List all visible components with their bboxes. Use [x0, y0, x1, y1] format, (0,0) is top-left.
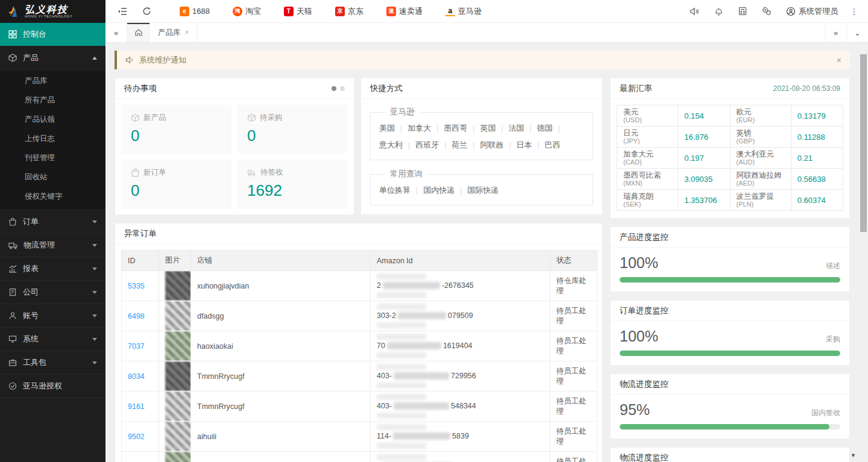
store-name: haoxiaokai [191, 331, 371, 361]
submenu-item[interactable]: 回收站 [0, 167, 105, 187]
sidebar-item-console[interactable]: 控制台 [0, 23, 105, 46]
truck-icon [8, 241, 17, 249]
refresh-button[interactable] [134, 0, 159, 23]
tab-home[interactable] [127, 23, 150, 42]
order-id-link[interactable]: 8034 [128, 372, 145, 381]
country-link[interactable]: 英国 [480, 123, 508, 133]
country-link[interactable]: 西班牙 [415, 140, 451, 149]
platform-link-amazon[interactable]: a 亚马逊 [434, 6, 493, 17]
order-id-link[interactable]: 6498 [128, 312, 145, 320]
country-link[interactable]: 巴西 [545, 140, 561, 149]
country-link[interactable]: 意大利 [379, 140, 415, 149]
calculator-button[interactable] [731, 0, 755, 23]
country-link[interactable]: 墨西哥 [444, 123, 480, 133]
query-link[interactable]: 单位换算 [379, 186, 423, 195]
amazon-id: 114-5839 [377, 432, 544, 441]
bag-icon [131, 168, 140, 177]
order-row: 5335 xuhongjiajvdian 2-2676345 [122, 271, 597, 301]
carousel-dot[interactable] [340, 86, 345, 91]
notice-close-icon[interactable]: × [837, 55, 841, 65]
query-link[interactable]: 国内快递 [423, 186, 467, 195]
redacted-segment [394, 372, 449, 379]
order-id-link[interactable]: 5335 [128, 282, 145, 290]
country-link[interactable]: 美国 [379, 123, 407, 133]
tab-close-icon[interactable]: × [185, 28, 189, 37]
submenu-item[interactable]: 侵权关键字 [0, 187, 105, 206]
scrollbar-thumb[interactable] [860, 54, 867, 232]
todo-card-to-purchase[interactable]: 待采购 0 [237, 105, 348, 154]
submenu-item[interactable]: 所有产品 [0, 90, 105, 110]
sidebar-item-logistics[interactable]: 物流管理 [0, 234, 105, 257]
sidebar-item-product[interactable]: 产品 [0, 46, 105, 70]
sidebar-item-system[interactable]: 系统 [0, 328, 105, 351]
todo-card-to-receive[interactable]: 待签收 1692 [237, 160, 348, 208]
tabs-scroll-right-button[interactable]: » [825, 23, 846, 42]
sidebar-item-accounts[interactable]: 账号 [0, 304, 105, 328]
tabs-menu-button[interactable]: ⌄ [846, 23, 868, 42]
carousel-dot-active[interactable] [332, 86, 336, 91]
more-menu-button[interactable]: ⋮ [845, 0, 863, 23]
sidebar-item-company[interactable]: 公司 [0, 281, 105, 304]
submenu-item[interactable]: 上传日志 [0, 129, 105, 148]
tab-product-lib[interactable]: 产品库 × [150, 23, 198, 42]
sidebar-item-amazon-auth[interactable]: 亚马逊授权 [0, 375, 105, 398]
progress-monitor-panel: 物流进度监控 95% 国内签收 [610, 373, 850, 439]
rate-row: 加拿大元(CAD) 0.197 澳大利亚元(AUD) 0.21 [617, 148, 843, 169]
submenu-item[interactable]: 产品认领 [0, 110, 105, 129]
order-status: 待员工处理 [550, 422, 597, 452]
announcement-button[interactable] [682, 0, 706, 23]
more-icon: ⋮ [850, 7, 858, 16]
query-link[interactable]: 国际快递 [467, 186, 498, 195]
order-id-link[interactable]: 7037 [128, 342, 145, 351]
platform-link-1688[interactable]: e 1688 [168, 7, 221, 16]
todo-card-new-order[interactable]: 新订单 0 [121, 160, 231, 208]
store-name: aihuili [191, 422, 371, 452]
currency-name: 墨西哥比索 [623, 171, 671, 179]
platform-link-jd[interactable]: 京 京东 [324, 6, 375, 17]
sidebar-item-orders[interactable]: 订单 [0, 210, 105, 234]
collapse-sidebar-button[interactable] [110, 0, 134, 23]
order-status: 待员工处理 [550, 301, 597, 331]
product-thumbnail-blurred [165, 361, 191, 391]
col-store: 店铺 [191, 251, 371, 271]
rate-value: 0.21 [791, 148, 843, 169]
country-link[interactable]: 荷兰 [451, 140, 480, 149]
submenu-item[interactable]: 产品库 [0, 71, 105, 90]
refresh-icon [142, 7, 151, 16]
bag-icon [8, 217, 17, 226]
country-link[interactable]: 阿联酋 [480, 140, 516, 149]
platform-link-tmall[interactable]: T 天猫 [272, 6, 324, 17]
country-link[interactable]: 加拿大 [407, 123, 444, 133]
current-user[interactable]: 系统管理员 [779, 6, 845, 17]
country-link[interactable]: 德国 [537, 123, 565, 133]
top-header: e 1688 淘 淘宝 T 天猫 京 京东 速 速卖通 [105, 0, 868, 23]
order-id-link[interactable]: 9161 [128, 402, 145, 411]
country-link[interactable]: 法国 [509, 123, 537, 133]
tabs-scroll-left-button[interactable]: « [105, 23, 127, 42]
sidebar-item-toolkit[interactable]: 工具包 [0, 351, 105, 375]
tab-spacer [198, 23, 825, 42]
caret-down-icon [92, 361, 97, 364]
sidebar-item-label: 工具包 [23, 357, 46, 368]
order-status: 待员工处理 [550, 392, 597, 422]
sidebar-item-reports[interactable]: 报表 [0, 257, 105, 281]
calculator-icon [738, 7, 747, 16]
progress-percent: 100% [620, 254, 658, 272]
vertical-scrollbar[interactable] [860, 43, 867, 462]
amazon-country-links: 美国加拿大墨西哥英国法国德国意大利西班牙荷兰阿联酋日本巴西 [378, 119, 585, 154]
caret-down-icon [92, 220, 97, 223]
country-link[interactable]: 日本 [517, 140, 545, 149]
currency-exchange-button[interactable] [755, 0, 779, 23]
submenu-item[interactable]: 刊登管理 [0, 148, 105, 167]
scroll-corner-caret-icon[interactable]: ▼ [851, 452, 856, 458]
notifications-button[interactable] [706, 0, 731, 23]
platform-link-aliexpress[interactable]: 速 速卖通 [375, 6, 434, 17]
todo-card-new-product[interactable]: 新产品 0 [121, 105, 231, 154]
order-id-link[interactable]: 9502 [128, 432, 145, 441]
platform-link-taobao[interactable]: 淘 淘宝 [221, 6, 272, 17]
redacted-text [377, 352, 426, 358]
store-name: TmmnRrycugf [191, 452, 371, 462]
progress-percent: 95% [620, 401, 650, 419]
redacted-text [377, 454, 426, 460]
redacted-segment [398, 312, 446, 319]
